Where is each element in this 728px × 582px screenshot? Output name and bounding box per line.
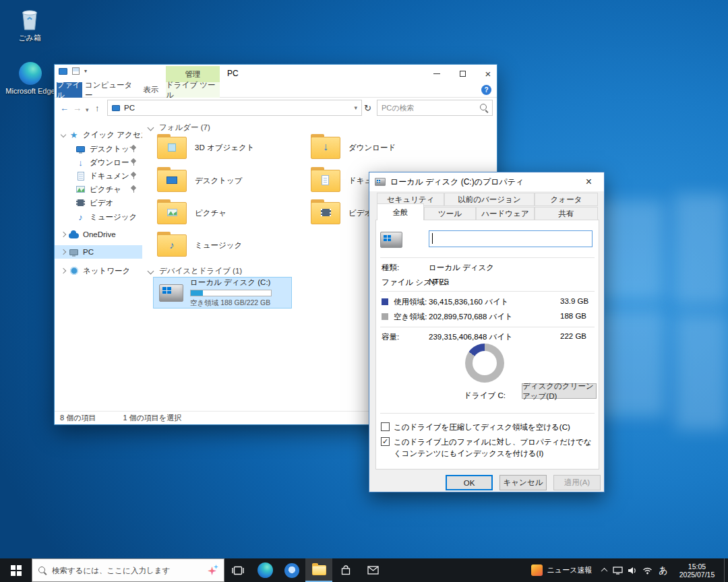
folder-item-3d-objects[interactable]: 3D オブジェクト (153, 133, 298, 162)
capacity-size: 222 GB (560, 332, 586, 340)
up-icon[interactable]: ↑ (95, 103, 100, 113)
news-widget[interactable]: ニュース速報 (525, 558, 598, 582)
used-bytes: 36,415,836,160 バイト (429, 297, 508, 307)
chevron-right-icon[interactable] (61, 249, 66, 255)
taskbar-search-input[interactable] (52, 567, 202, 575)
selected-count: 1 個の項目を選択 (123, 413, 181, 423)
tab-quota[interactable]: クォータ (535, 193, 598, 206)
tab-general[interactable]: 全般 (377, 203, 424, 220)
folder-item-desktop[interactable]: デスクトップ (153, 166, 298, 195)
history-chevron-icon[interactable]: ▾ (86, 105, 89, 115)
sidebar-item-downloads[interactable]: ↓ ダウンロード (55, 156, 142, 169)
dialog-title: ローカル ディスク (C:)のプロパティ (390, 176, 524, 188)
back-icon[interactable]: ← (60, 103, 69, 113)
qat-customize-chevron-icon[interactable]: ▾ (84, 68, 87, 74)
pin-icon (131, 159, 136, 166)
explorer-search-input[interactable] (382, 104, 480, 112)
forward-icon[interactable]: → (73, 103, 82, 113)
taskbar-edge[interactable] (251, 558, 278, 582)
taskbar-explorer[interactable] (305, 558, 332, 582)
tab-previous-versions[interactable]: 以前のバージョン (444, 193, 535, 206)
show-desktop-button[interactable] (724, 558, 728, 582)
start-button[interactable] (0, 558, 32, 582)
hidden-icons-button[interactable] (598, 558, 610, 582)
picture-icon (167, 209, 177, 216)
tray-display-icon[interactable] (610, 558, 625, 582)
tab-computer[interactable]: コンピューター (85, 82, 136, 98)
drive-c-tile[interactable]: ローカル ディスク (C:) 空き領域 188 GB/222 GB (153, 277, 292, 309)
sidebar-item-onedrive[interactable]: OneDrive (55, 228, 142, 241)
tray-speaker-icon[interactable] (625, 558, 640, 582)
free-size: 188 GB (560, 312, 586, 320)
tab-file[interactable]: ファイル (57, 82, 82, 98)
taskbar-mail[interactable] (359, 558, 386, 582)
taskbar-browser[interactable] (278, 558, 305, 582)
apply-button[interactable]: 適用(A) (553, 475, 601, 490)
copilot-sparkle-icon[interactable] (208, 565, 218, 575)
volume-label-input[interactable] (429, 230, 593, 247)
sidebar-item-pc[interactable]: PC (55, 245, 142, 259)
ime-indicator[interactable]: あ (655, 558, 672, 582)
tab-hardware[interactable]: ハードウェア (476, 207, 535, 220)
folder-item-downloads[interactable]: ↓ ダウンロード (307, 133, 452, 162)
close-button[interactable]: × (475, 65, 501, 82)
dialog-close-button[interactable]: × (574, 172, 604, 191)
desktop-icon-label: ごみ箱 (4, 33, 55, 43)
index-checkbox[interactable] (381, 437, 390, 446)
window-pc-icon[interactable] (59, 68, 67, 75)
sidebar-item-videos[interactable]: ビデオ (55, 196, 142, 209)
disk-cleanup-button[interactable]: ディスクのクリーンアップ(D) (522, 383, 597, 399)
sidebar-item-pictures[interactable]: ピクチャ (55, 183, 142, 196)
quick-access-toolbar: ▾ (59, 67, 87, 75)
sidebar-item-music[interactable]: ♪ ミュージック (55, 210, 142, 224)
address-box[interactable]: PC ▾ (107, 100, 362, 116)
explorer-search-box[interactable] (377, 100, 493, 116)
help-icon[interactable]: ? (481, 85, 491, 95)
address-dropdown-icon[interactable]: ▾ (354, 104, 357, 111)
taskbar-clock[interactable]: 15:05 2025/07/15 (672, 558, 722, 582)
compress-checkbox[interactable] (381, 422, 390, 431)
recycle-bin-shortcut[interactable]: ごみ箱 (4, 5, 55, 43)
minimize-icon (433, 73, 440, 74)
chevron-down-icon[interactable] (148, 268, 154, 275)
tab-sharing[interactable]: 共有 (535, 207, 598, 220)
folder-icon (157, 137, 187, 159)
chevron-right-icon[interactable] (61, 232, 66, 237)
free-space-swatch (382, 313, 388, 320)
edge-shortcut[interactable]: Microsoft Edge (3, 59, 57, 95)
drive-caption: ドライブ C: (451, 391, 518, 401)
sidebar-item-documents[interactable]: ドキュメント (55, 169, 142, 183)
sidebar-item-network[interactable]: ネットワーク (55, 264, 142, 278)
group-header-folders[interactable]: フォルダー (7) (148, 123, 210, 133)
chevron-right-icon[interactable] (61, 268, 66, 273)
refresh-icon[interactable]: ↻ (364, 103, 371, 113)
tab-drive-tools[interactable]: ドライブ ツール (166, 82, 220, 98)
taskbar-store[interactable] (332, 558, 359, 582)
ok-button[interactable]: OK (446, 475, 493, 490)
cancel-button[interactable]: キャンセル (499, 475, 547, 490)
taskbar-search[interactable] (32, 558, 224, 582)
tab-tools[interactable]: ツール (424, 207, 476, 220)
search-icon (480, 104, 488, 112)
folder-icon: ↓ (311, 137, 340, 159)
sidebar-item-quick-access[interactable]: ★ クイック アクセス (55, 128, 142, 141)
tray-network-icon[interactable] (640, 558, 655, 582)
minimize-button[interactable] (424, 65, 450, 82)
folder-item-pictures[interactable]: ピクチャ (153, 198, 298, 228)
free-bytes: 202,899,570,688 バイト (429, 312, 513, 322)
chevron-down-icon[interactable] (148, 125, 154, 131)
task-view-button[interactable] (224, 558, 251, 582)
wallpaper-glow-pane (675, 314, 728, 430)
cloud-icon (68, 229, 80, 240)
sidebar-item-desktop[interactable]: デスクトップ (55, 142, 142, 156)
wallpaper-glow-pane (674, 194, 728, 305)
group-header-devices[interactable]: デバイスとドライブ (1) (148, 266, 242, 276)
computer-icon (68, 247, 80, 257)
folder-item-music[interactable]: ♪ ミュージック (153, 230, 298, 260)
item-count: 8 個の項目 (60, 413, 96, 423)
chevron-down-icon[interactable] (61, 132, 66, 137)
qat-properties-icon[interactable] (72, 67, 80, 75)
windows-logo-icon (11, 565, 16, 570)
maximize-button[interactable] (450, 65, 475, 82)
tab-view[interactable]: 表示 (138, 82, 164, 98)
